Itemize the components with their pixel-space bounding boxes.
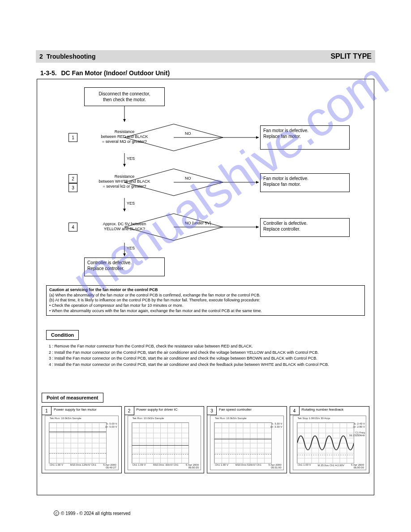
page: manualshive.com 2 Troubleshooting SPLIT … [0,0,411,532]
section-name: DC Fan Motor (Indoor/ Outdoor Unit) [61,69,170,77]
scope-cell: 4 Rotating number feedback Tek Stop 1.00… [290,406,370,473]
header-title: Troubleshooting [47,53,96,60]
scope-right-readout: Δ: 3.30 V @: 3.30 V [270,422,283,428]
caution-l2: (b) At that time, it is likely to influe… [49,298,260,302]
caution-l3: • Check the operation of compressor and … [49,303,183,308]
header-bar: 2 Troubleshooting SPLIT TYPE [36,50,375,63]
condition-heading: Condition [46,330,79,340]
flow-d2-ref-a: 2 [68,174,77,183]
footer: C © 1999 - © 2024 all rights reserved [36,511,375,516]
flow-r3: Controller is defective. Replace control… [260,218,350,237]
scope-right-readout: Δ: 5.00 V @: 5.00 V [105,422,117,428]
caution-l4: • When the abnormality occurs with the f… [49,309,262,313]
scope-top-readout: Tek Run: 10.0kS/s Sample [215,417,247,420]
flow-r2: Fan motor is defective. Replace fan moto… [260,173,350,192]
header-category: SPLIT TYPE [330,52,372,60]
copyright-icon: C [54,511,59,516]
flow-end: Controller is defective. Replace control… [84,257,165,276]
scope-bottom-readout: Ch1 1.09 V M10.0ms -60mV Ch1 5 Apr 2000 … [133,463,199,469]
scope-screen: Tek Stop 1.00GS/s 30 Acqs Δ: 2.43 V @: 2… [293,416,367,470]
scope-title: Fan speed controller [219,408,252,412]
flow-d1-ref: 1 [68,133,77,142]
scope-cell: 3 Fan speed controller Tek Run: 10.0kS/s… [207,406,287,473]
zero-line [49,453,106,454]
scope-screen: Tek Run: 10.0kS/s Sample Δ: 3.30 V @: 3.… [210,416,284,470]
scope-top-readout: Tek Stop 1.00GS/s 30 Acqs [298,417,330,420]
flow-d3-yes: YES [127,246,135,250]
scope-screen: Tek Run: 10.0kS/s Sample Ch1 1.09 V M10.… [128,416,201,470]
flow-d1-text: Resistance between RED and BLACK = sever… [89,129,160,144]
flow-d1-yes: YES [127,156,135,161]
scope-num: 3 [207,406,217,415]
scope-num: 4 [290,406,300,415]
scope-grid [297,422,355,463]
condition-3: 3 : Install the Fan motor connector on t… [49,356,317,360]
condition-2: 2 : Install the Fan motor connector on t… [49,350,319,355]
sine-trace [297,423,354,463]
scope-title: Rotating number feedback [302,408,344,412]
scope-num: 2 [124,406,134,415]
condition-1: 1 : Remove the Fan motor connector from … [49,344,253,348]
content-frame: Disconnect the connector, then check the… [37,79,374,495]
scope-cell: 2 Power supply for driver IC Tek Run: 10… [124,406,205,473]
header-section-tag: 2 [39,53,43,60]
trace-line [49,432,106,432]
flow-d2-text: Resistance between WHITE and BLACK = sev… [89,174,160,189]
zero-line [132,454,189,455]
caution-l1: (a) When the abnormality of the fan moto… [49,293,261,297]
flow-d2-no: NO [185,176,191,180]
caution-box: Caution at servicing for the fan motor o… [46,285,365,316]
trace-line [132,445,189,446]
scope-bottom-readout: Ch1 1.00 V M10.0ms 124mV Ch1 5 Apr 2000 … [50,463,116,469]
scope-grid [49,422,107,463]
flow-start: Disconnect the connector, then check the… [84,87,165,106]
scope-grid [214,422,272,463]
scope-title: Power supply for fan motor [54,408,97,412]
condition-4: 4 : Install the Fan motor connector on t… [49,362,329,367]
scope-bottom-readout: Ch1 1.00 V M10.0ms 520mV Ch1 5 Apr 2000 … [215,463,282,469]
po-heading: Point of measurement [42,393,103,403]
scope-row: 1 Power supply for fan motor Tek Run: 10… [42,406,369,473]
scope-bottom-readout: Ch1 1.00 V M 25.0us Ch1 ▾ 2.90V 5 Apr 20… [298,463,364,469]
scope-screen: Tek Run: 10.0kS/s Sample Δ: 5.00 V @: 5.… [45,416,119,470]
flow-d1-no: NO [185,131,191,136]
zero-line [214,454,271,455]
caution-heading: Caution at servicing for the fan motor o… [49,287,158,292]
flow-d3-ref: 4 [68,223,77,232]
trace-line [214,439,271,439]
flow-d3-no: NO (under 5V) [185,221,211,225]
scope-cell: 1 Power supply for fan motor Tek Run: 10… [42,406,122,473]
flow-r1: Fan motor is defective. Replace fan moto… [260,125,350,150]
section-title: 1-3-5. DC Fan Motor (Indoor/ Outdoor Uni… [40,69,170,77]
scope-grid [132,422,189,463]
flow-d2-ref-b: 3 [68,183,77,192]
footer-text: © 1999 - © 2024 all rights reserved [61,511,130,516]
condition-list: 1 : Remove the Fan motor connector from … [49,343,365,368]
scope-top-readout: Tek Run: 10.0kS/s Sample [133,417,164,420]
scope-num: 1 [42,406,51,415]
section-num: 1-3-5. [40,69,57,77]
flow-d3-text: Approx. DC 5V between YELLOW and BLACK? [89,222,160,232]
scope-top-readout: Tek Run: 10.0kS/s Sample [50,417,81,420]
flow-d2-yes: YES [127,201,135,206]
scope-title: Power supply for driver IC [137,408,178,412]
